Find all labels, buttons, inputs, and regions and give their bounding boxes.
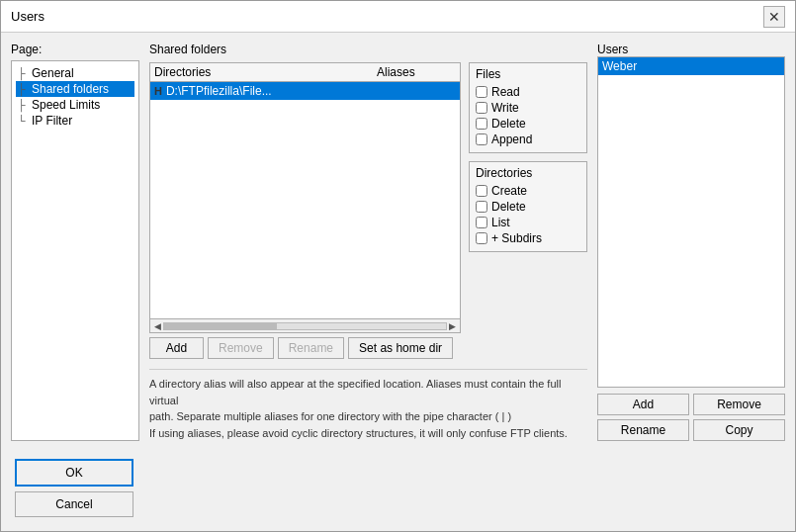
files-dirs-panel: Files Read Write Delete (469, 62, 587, 359)
checkbox-delete-row: Delete (476, 117, 580, 131)
checkbox-delete[interactable] (476, 118, 487, 130)
add-dir-button[interactable]: Add (149, 337, 204, 359)
checkbox-list[interactable] (476, 217, 487, 228)
checkbox-list-label: List (491, 216, 510, 229)
checkbox-create[interactable] (476, 185, 487, 197)
tree-connector: ├ (18, 67, 32, 79)
checkbox-create-row: Create (476, 184, 580, 198)
checkbox-write-label: Write (491, 101, 519, 115)
scroll-right-icon[interactable]: ▶ (447, 321, 458, 331)
dir-list-area[interactable]: H D:\FTPfilezilla\File... (149, 81, 461, 319)
cancel-button[interactable]: Cancel (15, 491, 133, 517)
info-line1: A directory alias will also appear at th… (149, 376, 587, 408)
dialog: Users ✕ Page: ├ General ├ Shared folders… (0, 0, 796, 532)
scrollbar-thumb (164, 323, 277, 329)
checkbox-append[interactable] (476, 133, 487, 145)
scroll-left-icon[interactable]: ◀ (152, 321, 163, 331)
checkbox-dir-delete-label: Delete (491, 200, 526, 214)
user-buttons: Add Remove Rename Copy (597, 394, 785, 441)
checkbox-subdirs-row: + Subdirs (476, 231, 580, 245)
dir-buttons: Add Remove Rename Set as home dir (149, 337, 461, 359)
user-btn-row-2: Rename Copy (597, 419, 785, 441)
user-name: Weber (602, 59, 637, 73)
checkbox-dir-delete[interactable] (476, 201, 487, 213)
shared-folders-title: Shared folders (149, 43, 587, 56)
directories-section-title: Directories (476, 166, 580, 180)
users-title: Users (597, 43, 785, 56)
checkbox-dir-delete-row: Delete (476, 200, 580, 214)
title-bar: Users ✕ (1, 1, 795, 33)
remove-dir-button[interactable]: Remove (208, 337, 274, 359)
checkbox-write[interactable] (476, 102, 487, 114)
checkbox-delete-label: Delete (491, 117, 526, 131)
sidebar-item-label: IP Filter (32, 114, 72, 128)
tree-connector-sf: ├ (18, 83, 32, 95)
checkbox-append-label: Append (491, 133, 532, 146)
close-button[interactable]: ✕ (763, 6, 785, 28)
user-btn-row-1: Add Remove (597, 394, 785, 415)
dir-list-box: Directories Aliases H D:\FTPfilezilla\Fi… (149, 62, 461, 359)
user-item-weber[interactable]: Weber (598, 57, 784, 75)
ok-button[interactable]: OK (15, 459, 133, 487)
sidebar-item-label: Shared folders (32, 82, 109, 96)
remove-user-button[interactable]: Remove (693, 394, 785, 415)
files-section-title: Files (476, 67, 580, 81)
main-content: Page: ├ General ├ Shared folders ├ Speed… (1, 33, 795, 451)
bottom-bar: OK Cancel (1, 451, 795, 531)
checkbox-list-row: List (476, 216, 580, 229)
checkbox-write-row: Write (476, 101, 580, 115)
row-icon: H (154, 85, 162, 97)
add-user-button[interactable]: Add (597, 394, 689, 415)
sidebar-item-general[interactable]: ├ General (16, 65, 134, 81)
info-line2: path. Separate multiple aliases for one … (149, 408, 587, 425)
checkbox-read-row: Read (476, 85, 580, 99)
rename-user-button[interactable]: Rename (597, 419, 689, 441)
shared-folders-inner: Directories Aliases H D:\FTPfilezilla\Fi… (149, 62, 587, 359)
col-directories: Directories (154, 65, 377, 79)
directories-section: Directories Create Delete List (469, 161, 587, 252)
checkbox-read[interactable] (476, 86, 487, 98)
scrollbar-track[interactable] (163, 322, 447, 330)
info-line3: If using aliases, please avoid cyclic di… (149, 425, 587, 442)
col-aliases: Aliases (377, 65, 456, 79)
files-section: Files Read Write Delete (469, 62, 587, 153)
row-path: D:\FTPfilezilla\File... (166, 84, 272, 98)
checkbox-subdirs-label: + Subdirs (491, 231, 542, 245)
sidebar-item-label: General (32, 66, 74, 80)
page-tree: ├ General ├ Shared folders ├ Speed Limit… (11, 60, 139, 441)
sidebar-item-label: Speed Limits (32, 98, 100, 112)
set-as-home-button[interactable]: Set as home dir (348, 337, 453, 359)
tree-connector-sl: ├ (18, 99, 32, 111)
tree-connector-ip: └ (18, 115, 32, 127)
list-header: Directories Aliases (149, 62, 461, 81)
checkbox-subdirs[interactable] (476, 232, 487, 244)
middle-panel: Shared folders Directories Aliases H D:\… (149, 43, 587, 441)
copy-user-button[interactable]: Copy (693, 419, 785, 441)
table-row[interactable]: H D:\FTPfilezilla\File... (150, 82, 460, 100)
sidebar-item-ip-filter[interactable]: └ IP Filter (16, 113, 134, 129)
sidebar-item-speed-limits[interactable]: ├ Speed Limits (16, 97, 134, 113)
page-label: Page: (11, 43, 139, 56)
scrollbar-area: ◀ ▶ (149, 319, 461, 333)
users-list[interactable]: Weber (597, 56, 785, 388)
rename-dir-button[interactable]: Rename (278, 337, 344, 359)
right-panel: Users Weber Add Remove Rename Copy (597, 43, 785, 441)
left-panel: Page: ├ General ├ Shared folders ├ Speed… (11, 43, 139, 441)
checkbox-create-label: Create (491, 184, 527, 198)
checkbox-append-row: Append (476, 133, 580, 146)
checkbox-read-label: Read (491, 85, 520, 99)
dialog-title: Users (11, 9, 44, 24)
sidebar-item-shared-folders[interactable]: ├ Shared folders (16, 81, 134, 97)
info-text: A directory alias will also appear at th… (149, 369, 587, 441)
